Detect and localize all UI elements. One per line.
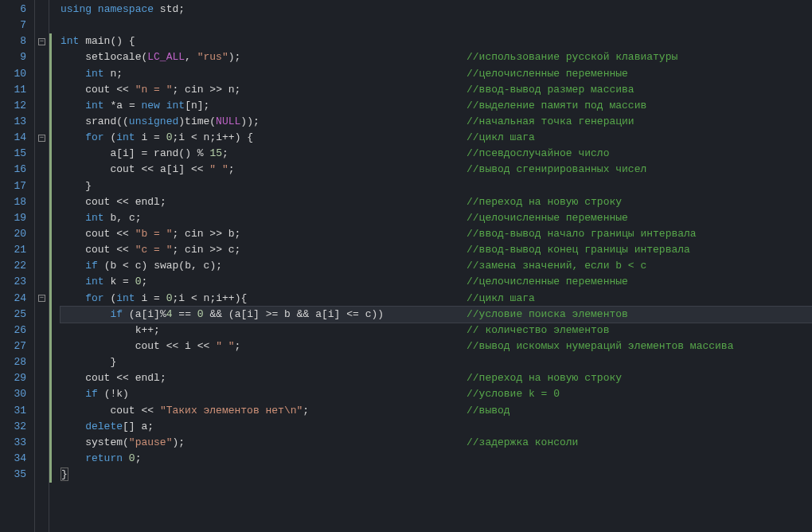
code-line[interactable]: system("pause");//задержка консоли xyxy=(61,435,812,451)
token-kw: new xyxy=(142,100,160,111)
line-number: 32 xyxy=(6,419,26,435)
line-number: 14 xyxy=(6,130,26,146)
token-punct: ] xyxy=(129,147,135,159)
fold-toggle-icon[interactable]: − xyxy=(38,295,45,302)
token-id: cout xyxy=(110,405,135,417)
code-line[interactable]: cout << "c = "; cin >> c;//ввод-вывод ко… xyxy=(61,242,812,258)
code-line[interactable]: cout << endl;//переход на новую строку xyxy=(61,370,812,386)
token-punct: , xyxy=(191,260,197,272)
token-punct: ); xyxy=(228,51,241,63)
token-op: && xyxy=(209,308,222,320)
token-punct: ( xyxy=(129,308,135,320)
token-op: << xyxy=(116,228,129,240)
token-punct: } xyxy=(110,356,116,368)
code-line[interactable]: if (b < c) swap(b, c);//замена значений,… xyxy=(61,258,812,274)
token-type: unsigned xyxy=(129,115,178,127)
token-punct: [ xyxy=(116,147,123,159)
token-id: cout xyxy=(135,340,160,352)
code-line[interactable]: } xyxy=(61,354,812,370)
code-area[interactable]: using namespace std;int main() { setloca… xyxy=(54,0,812,532)
code-line[interactable]: cout << "b = "; cin >> b;//ввод-вывод на… xyxy=(61,226,812,242)
token-kw: if xyxy=(110,308,123,320)
token-kw: for xyxy=(85,131,103,143)
code-line[interactable]: int *a = new int[n];//выделение памяти п… xyxy=(61,98,812,114)
token-id: i xyxy=(247,308,253,320)
token-op: < xyxy=(191,292,197,304)
token-type: int xyxy=(166,100,185,111)
line-comment: //цикл шага xyxy=(467,291,535,307)
token-op: ++ xyxy=(222,131,235,143)
token-punct: ; xyxy=(303,405,309,417)
code-line[interactable]: for (int i = 0;i < n;i++){//цикл шага xyxy=(61,291,812,307)
token-op: << xyxy=(191,163,204,175)
token-id: a xyxy=(116,100,123,111)
code-line[interactable]: cout << i << " ";//вывод искомых нумерац… xyxy=(61,338,812,354)
token-ws xyxy=(291,308,297,320)
token-id: b xyxy=(228,228,235,240)
code-line[interactable]: delete[] a; xyxy=(61,419,812,435)
token-str: " " xyxy=(216,340,234,352)
token-punct: [ xyxy=(185,100,191,111)
fold-gutter: −−− xyxy=(35,0,49,532)
token-ws xyxy=(185,131,191,143)
code-line[interactable]: cout << "n = "; cin >> n;//ввод-вывод ра… xyxy=(61,82,812,98)
token-punct: ] xyxy=(178,163,185,175)
token-num: 0 xyxy=(197,308,204,320)
token-ws xyxy=(98,388,104,400)
code-line[interactable]: using namespace std; xyxy=(61,2,812,18)
code-line[interactable] xyxy=(61,18,812,33)
code-line[interactable]: cout << a[i] << " ";//вывод сгенирирован… xyxy=(61,162,812,178)
code-line[interactable]: return 0; xyxy=(61,451,812,467)
line-comment: //выделение памяти под массив xyxy=(467,98,646,114)
code-line[interactable]: cout << endl;//переход на новую строку xyxy=(61,194,812,210)
token-fn: main xyxy=(85,35,110,47)
token-punct: , xyxy=(185,51,191,63)
token-op: << xyxy=(116,244,129,256)
code-line[interactable]: int main() { xyxy=(61,33,812,49)
token-id: i xyxy=(185,340,191,352)
code-line[interactable]: srand((unsigned)time(NULL));//начальная … xyxy=(61,114,812,130)
line-comment: //переход на новую строку xyxy=(467,370,622,386)
token-punct: ] xyxy=(154,308,160,320)
code-line[interactable]: for (int i = 0;i < n;i++) {//цикл шага xyxy=(61,130,812,146)
line-number: 26 xyxy=(6,323,26,338)
token-id: cout xyxy=(85,372,110,384)
line-number: 21 xyxy=(6,242,26,258)
code-line[interactable]: if (a[i]%4 == 0 && (a[i] >= b && a[i] <=… xyxy=(61,307,812,323)
code-line[interactable]: int n;//целочисленные переменные xyxy=(61,66,812,82)
token-id: c xyxy=(135,260,142,272)
token-ws xyxy=(116,276,123,288)
code-line[interactable]: k++;// количество элементов xyxy=(61,323,812,338)
code-line[interactable]: a[i] = rand() % 15;//псевдослучайное чис… xyxy=(61,146,812,162)
token-punct: ; xyxy=(135,212,142,224)
token-ws xyxy=(222,84,228,96)
code-line[interactable]: int b, c;//целочисленные переменные xyxy=(61,210,812,226)
line-comment: //целочисленные переменные xyxy=(467,274,628,290)
line-number: 13 xyxy=(6,114,26,130)
token-id: i xyxy=(178,131,185,143)
token-punct: ; xyxy=(235,244,241,256)
fold-toggle-icon[interactable]: − xyxy=(38,38,45,45)
token-ws xyxy=(160,292,166,304)
token-punct: [] xyxy=(123,421,135,432)
line-number: 30 xyxy=(6,386,26,402)
code-line[interactable]: cout << "Таких элементов нет\n";//вывод xyxy=(61,403,812,419)
code-line[interactable]: int k = 0;//целочисленные переменные xyxy=(61,274,812,290)
token-op: << xyxy=(116,372,129,384)
fold-toggle-icon[interactable]: − xyxy=(38,135,45,142)
code-line[interactable]: } xyxy=(61,178,812,194)
token-kw: delete xyxy=(85,421,123,432)
line-number: 11 xyxy=(6,82,26,98)
token-id: c xyxy=(228,244,235,256)
token-id: cout xyxy=(85,244,110,256)
token-id: n xyxy=(191,100,197,111)
code-line[interactable]: } xyxy=(61,467,812,483)
code-line[interactable]: if (!k)//условие k = 0 xyxy=(61,386,812,402)
token-str: " " xyxy=(209,163,228,175)
token-ws xyxy=(147,292,154,304)
token-fn: setlocale xyxy=(85,51,141,63)
token-ws xyxy=(129,244,135,256)
token-fn: rand xyxy=(154,147,178,159)
code-line[interactable]: setlocale(LC_ALL, "rus");//использование… xyxy=(61,49,812,65)
token-id: cin xyxy=(185,228,203,240)
